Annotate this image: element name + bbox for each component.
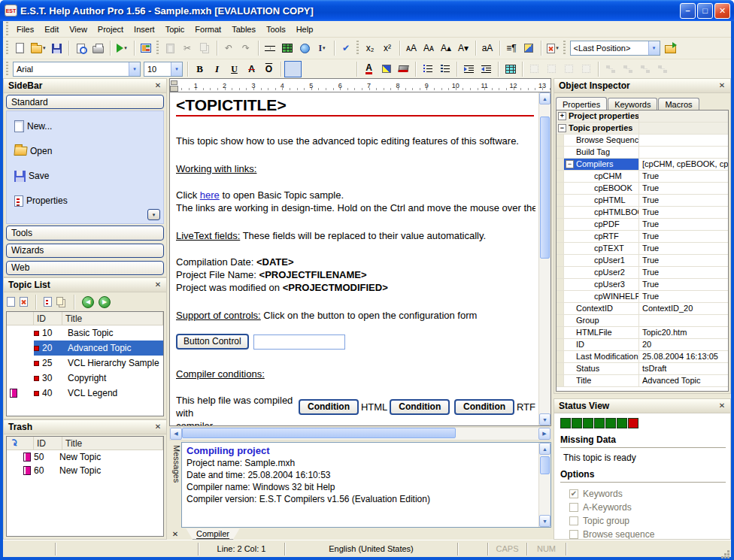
undo-button[interactable]: ↶ ▾: [220, 40, 238, 56]
property-value[interactable]: Topic20.htm: [639, 327, 728, 338]
property-value[interactable]: True: [639, 279, 728, 290]
strikethrough-button[interactable]: A: [243, 61, 260, 77]
align-justify-button[interactable]: [336, 61, 353, 77]
here-link[interactable]: here: [200, 189, 220, 201]
option-row[interactable]: ✔ Topic group: [569, 514, 724, 528]
livetext-token[interactable]: <PROJECTFILENAME>: [259, 269, 367, 280]
button-control[interactable]: Button Control: [176, 334, 249, 350]
toolbar-gripper[interactable]: [6, 41, 8, 56]
frame-4-button[interactable]: [578, 61, 595, 77]
align-left-button[interactable]: [284, 61, 302, 77]
scrollbar-thumb[interactable]: [540, 456, 550, 474]
property-row[interactable]: Group: [557, 315, 728, 327]
property-row[interactable]: cpPDF True: [557, 219, 728, 231]
scroll-left-icon[interactable]: ◀: [170, 428, 182, 440]
property-row[interactable]: ID 20: [557, 339, 728, 351]
goto-topic-button[interactable]: ▾: [662, 40, 679, 56]
click-line[interactable]: Click here to open Basic Topic sample.: [176, 189, 535, 201]
dropdown-arrow-icon[interactable]: ▾: [124, 45, 127, 51]
topic-copy-button[interactable]: [56, 297, 63, 305]
property-row[interactable]: − Compilers [cpCHM, cpEBOOK, cpH: [557, 159, 728, 171]
change-case-button[interactable]: aA ▾: [479, 40, 496, 56]
frame-1-button[interactable]: [526, 61, 543, 77]
property-value[interactable]: True: [639, 291, 728, 302]
menu-item[interactable]: View: [64, 23, 93, 36]
close-icon[interactable]: ✕: [153, 80, 163, 91]
scroll-up-icon[interactable]: ▲: [539, 92, 550, 104]
toolbar-gripper[interactable]: [563, 41, 566, 56]
property-value[interactable]: True: [639, 171, 728, 182]
topic-title-placeholder[interactable]: <TOPICTITLE>: [176, 98, 535, 111]
property-value[interactable]: [cpCHM, cpEBOOK, cpH: [639, 159, 728, 170]
new-topic-button[interactable]: ▾: [11, 40, 29, 56]
save-project-button[interactable]: ▾: [48, 40, 65, 56]
trash-row[interactable]: 60 New Topic: [7, 464, 163, 477]
restore-arrow-icon[interactable]: ↷: [7, 437, 21, 450]
close-icon[interactable]: ✕: [717, 401, 727, 411]
insert-hyperlink-button[interactable]: ▾: [296, 40, 314, 56]
sidebar-more-button[interactable]: ▾: [147, 209, 160, 220]
property-value[interactable]: 25.08.2004 16:13:05: [639, 351, 728, 362]
property-name[interactable]: Project properties: [569, 110, 638, 122]
property-name[interactable]: cpHTML: [594, 195, 626, 206]
inspector-tab[interactable]: Keywords: [608, 98, 657, 110]
maximize-button[interactable]: □: [697, 3, 713, 19]
property-name[interactable]: HTMLFile: [576, 327, 612, 338]
minimize-button[interactable]: –: [680, 3, 696, 19]
property-row[interactable]: cpHTML True: [557, 195, 728, 207]
property-value[interactable]: [639, 110, 728, 122]
property-row[interactable]: + Project properties: [557, 110, 728, 123]
checkbox[interactable]: ✔: [569, 530, 578, 539]
messages-side-label[interactable]: Messages: [169, 442, 181, 528]
copy-button[interactable]: ▾: [196, 40, 214, 56]
livetext-token[interactable]: <PROJECTMODIFIED>: [283, 282, 388, 293]
topic-row[interactable]: 30 Copyright: [7, 371, 163, 386]
fill-color-button[interactable]: [395, 61, 412, 77]
dropdown-arrow-icon[interactable]: ▾: [556, 45, 559, 51]
scrollbar-thumb[interactable]: [182, 428, 456, 438]
topic-properties-button[interactable]: [44, 297, 52, 307]
intro-paragraph[interactable]: This topic show how to use the advanced …: [176, 135, 535, 147]
checkbox[interactable]: ✔: [569, 489, 578, 498]
property-value[interactable]: True: [639, 267, 728, 278]
ruler-indent-markers[interactable]: [171, 80, 177, 85]
property-name[interactable]: cpPDF: [594, 219, 620, 230]
property-value[interactable]: ContextID_20: [639, 303, 728, 314]
property-row[interactable]: cpRTF True: [557, 231, 728, 243]
property-name[interactable]: Topic properties: [569, 123, 632, 134]
property-value[interactable]: True: [639, 207, 728, 218]
column-title[interactable]: Title: [62, 437, 163, 450]
property-name[interactable]: Title: [576, 375, 591, 386]
checkbox[interactable]: ✔: [569, 516, 578, 525]
link-node-1-button[interactable]: [602, 61, 619, 77]
property-value[interactable]: True: [639, 231, 728, 242]
property-value[interactable]: [639, 135, 728, 146]
spellcheck-button[interactable]: ✔ ▾: [338, 40, 355, 56]
print-button[interactable]: ▾: [89, 40, 107, 56]
property-name[interactable]: cpWINHELP: [594, 291, 638, 302]
property-row[interactable]: ContextID ContextID_20: [557, 303, 728, 315]
property-name[interactable]: Status: [576, 363, 599, 374]
insert-table-button[interactable]: ▾: [279, 40, 296, 56]
property-value[interactable]: [639, 123, 728, 134]
trash-row[interactable]: 50 New Topic: [7, 450, 163, 464]
editor-document[interactable]: <TOPICTITLE> This topic show how to use …: [170, 92, 538, 425]
font-smaller-button[interactable]: A▾ ▾: [455, 40, 472, 56]
combo-dropdown-icon[interactable]: ▾: [129, 62, 140, 76]
topic-delete-button[interactable]: [20, 297, 28, 307]
topic-row[interactable]: 10 Basic Topic: [7, 325, 163, 341]
last-position-combo[interactable]: <Last Position>▾: [570, 41, 660, 56]
close-icon[interactable]: ✕: [169, 530, 181, 538]
dropdown-arrow-icon[interactable]: ▾: [323, 45, 326, 51]
property-row[interactable]: Browse Sequence: [557, 135, 728, 147]
inspector-tab[interactable]: Macros: [658, 98, 699, 110]
messages-scrollbar[interactable]: ▲ ▼: [538, 443, 550, 527]
tab-compiler[interactable]: Compiler: [186, 528, 240, 540]
property-row[interactable]: cpWINHELP True: [557, 291, 728, 303]
option-row[interactable]: ✔ A-Keywords: [569, 501, 724, 514]
close-icon[interactable]: ✕: [153, 422, 163, 432]
property-value[interactable]: [639, 315, 728, 326]
property-row[interactable]: Build Tag: [557, 147, 728, 159]
sidebar-properties-button[interactable]: Properties: [14, 193, 163, 208]
menu-item[interactable]: Tables: [226, 23, 261, 36]
